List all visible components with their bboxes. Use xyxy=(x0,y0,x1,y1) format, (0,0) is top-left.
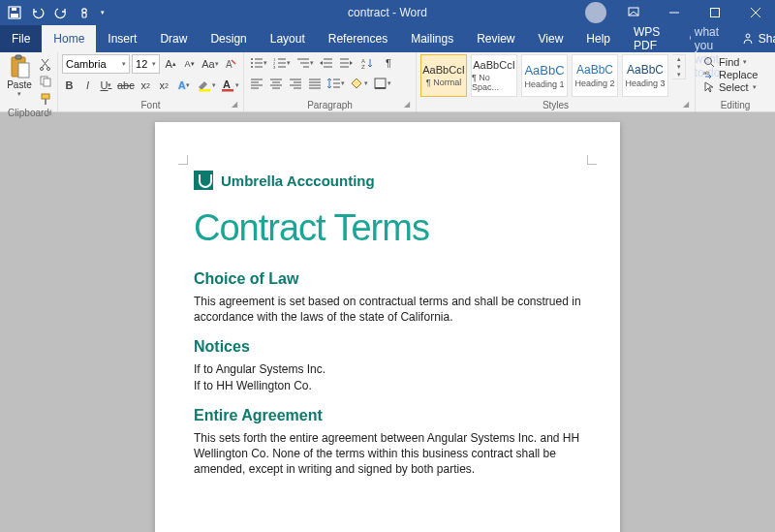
redo-icon[interactable] xyxy=(54,6,68,19)
numbering-icon[interactable]: 123▾ xyxy=(271,54,293,72)
document-area[interactable]: Umbrella Acccounting Contract Terms Choi… xyxy=(0,112,775,532)
ribbon-options-icon[interactable] xyxy=(614,0,653,25)
menu-design[interactable]: Design xyxy=(199,25,258,52)
style-tile-heading-3[interactable]: AaBbCHeading 3 xyxy=(622,54,668,97)
svg-point-70 xyxy=(705,58,712,65)
style-name: ¶ No Spac... xyxy=(472,73,516,92)
italic-button[interactable]: I xyxy=(80,77,95,94)
svg-rect-21 xyxy=(45,99,46,105)
style-sample: AaBbCcI xyxy=(473,59,514,71)
clear-formatting-icon[interactable]: A xyxy=(223,55,239,73)
dialog-launcher-icon[interactable]: ◢ xyxy=(683,100,689,109)
svg-rect-20 xyxy=(42,94,49,99)
svg-line-71 xyxy=(711,64,714,67)
page[interactable]: Umbrella Acccounting Contract Terms Choi… xyxy=(155,122,620,532)
chevron-down-icon: ▾ xyxy=(152,60,156,68)
save-icon[interactable] xyxy=(8,6,21,19)
strikethrough-icon[interactable]: abc xyxy=(117,77,135,94)
text-effects-icon[interactable]: A▾ xyxy=(175,77,193,94)
underline-button[interactable]: U▾ xyxy=(99,77,113,94)
style-tile-heading-2[interactable]: AaBbCHeading 2 xyxy=(572,54,618,97)
menu-file[interactable]: File xyxy=(0,25,42,52)
section-body: This sets forth the entire agreement bet… xyxy=(194,430,581,478)
svg-text:Z: Z xyxy=(361,64,365,69)
menu-mailings[interactable]: Mailings xyxy=(399,25,465,52)
style-tile--no-spac-[interactable]: AaBbCcI¶ No Spac... xyxy=(471,54,517,97)
borders-icon[interactable]: ▾ xyxy=(372,75,393,92)
undo-icon[interactable] xyxy=(31,6,45,19)
font-size-combo[interactable]: 12▾ xyxy=(132,54,160,74)
show-hide-icon[interactable]: ¶ xyxy=(380,54,397,72)
menu-wpspdf[interactable]: WPS PDF xyxy=(622,25,671,52)
align-left-icon[interactable] xyxy=(248,75,265,92)
section-heading: Notices xyxy=(194,338,581,356)
subscript-icon[interactable]: x2 xyxy=(139,77,153,94)
copy-icon[interactable] xyxy=(38,74,53,89)
shrink-font-icon[interactable]: A▾ xyxy=(181,55,198,73)
maximize-icon[interactable] xyxy=(696,0,734,25)
menu-review[interactable]: Review xyxy=(465,25,526,52)
touch-mode-icon[interactable] xyxy=(78,6,91,19)
justify-icon[interactable] xyxy=(306,75,324,92)
svg-rect-19 xyxy=(44,78,50,86)
format-painter-icon[interactable] xyxy=(38,91,53,107)
group-paragraph: ▾ 123▾ ▾ AZ ¶ ▾ ▾ ▾ P xyxy=(244,52,417,111)
svg-rect-2 xyxy=(12,8,16,11)
decrease-indent-icon[interactable] xyxy=(318,54,335,72)
style-name: Heading 2 xyxy=(574,78,614,88)
svg-rect-68 xyxy=(375,78,386,88)
user-avatar[interactable] xyxy=(585,2,606,23)
menu-draw[interactable]: Draw xyxy=(148,25,199,52)
menu-layout[interactable]: Layout xyxy=(259,25,317,52)
crop-mark xyxy=(178,155,188,165)
crop-mark xyxy=(587,155,597,165)
select-button[interactable]: Select▾ xyxy=(703,81,767,93)
dialog-launcher-icon[interactable]: ◢ xyxy=(232,100,237,109)
line-spacing-icon[interactable]: ▾ xyxy=(326,75,347,92)
svg-text:3: 3 xyxy=(273,65,276,69)
style-tile-heading-1[interactable]: AaBbCHeading 1 xyxy=(521,54,568,97)
font-color-icon[interactable]: A▾ xyxy=(220,77,239,94)
svg-rect-23 xyxy=(199,89,210,92)
replace-icon: ab xyxy=(703,69,715,80)
increase-indent-icon[interactable] xyxy=(337,54,355,72)
menu-view[interactable]: View xyxy=(527,25,575,52)
menu-insert[interactable]: Insert xyxy=(96,25,148,52)
minimize-icon[interactable] xyxy=(655,0,694,25)
menu-references[interactable]: References xyxy=(317,25,399,52)
find-button[interactable]: Find▾ xyxy=(703,56,767,68)
shading-icon[interactable]: ▾ xyxy=(349,75,370,92)
menu-home[interactable]: Home xyxy=(42,25,96,52)
group-font: Cambria▾ 12▾ A▴ A▾ Aa▾ A B I U▾ abc x2 x… xyxy=(58,52,244,111)
styles-gallery-more[interactable]: ▴▾▾ xyxy=(672,54,686,79)
qat-dropdown-icon[interactable]: ▾ xyxy=(101,9,105,16)
paste-button[interactable]: Paste ▾ xyxy=(4,54,35,98)
dialog-launcher-icon[interactable]: ◢ xyxy=(46,108,51,116)
svg-point-16 xyxy=(41,68,44,71)
tell-me-search[interactable]: Tell me what you want to do xyxy=(687,25,728,52)
style-tile--normal[interactable]: AaBbCcI¶ Normal xyxy=(420,54,467,97)
align-right-icon[interactable] xyxy=(287,75,304,92)
dialog-launcher-icon[interactable]: ◢ xyxy=(404,100,410,109)
multilevel-list-icon[interactable]: ▾ xyxy=(294,54,316,72)
svg-rect-7 xyxy=(711,9,720,17)
search-icon xyxy=(703,56,715,68)
svg-text:A: A xyxy=(223,78,231,90)
sort-icon[interactable]: AZ xyxy=(356,54,378,72)
grow-font-icon[interactable]: A▴ xyxy=(162,55,178,73)
cut-icon[interactable] xyxy=(38,56,53,72)
font-name-combo[interactable]: Cambria▾ xyxy=(62,54,130,74)
company-name: Umbrella Acccounting xyxy=(221,172,375,189)
bullets-icon[interactable]: ▾ xyxy=(248,54,269,72)
select-label: Select xyxy=(719,81,749,93)
share-button[interactable]: Share xyxy=(729,25,775,52)
menu-bar: File Home Insert Draw Design Layout Refe… xyxy=(0,25,775,52)
change-case-icon[interactable]: Aa▾ xyxy=(200,55,220,73)
superscript-icon[interactable]: x2 xyxy=(157,77,171,94)
replace-button[interactable]: abReplace xyxy=(703,69,767,80)
bold-button[interactable]: B xyxy=(62,77,77,94)
menu-help[interactable]: Help xyxy=(574,25,622,52)
highlight-icon[interactable]: ▾ xyxy=(197,77,216,94)
close-icon[interactable] xyxy=(736,0,775,25)
align-center-icon[interactable] xyxy=(267,75,285,92)
